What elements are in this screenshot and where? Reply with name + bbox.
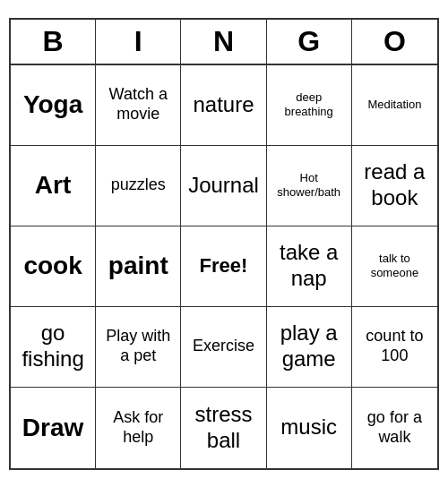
bingo-cell-23: music [267, 388, 352, 468]
bingo-cell-15: go fishing [11, 307, 96, 388]
bingo-cell-19: count to 100 [352, 307, 437, 388]
header-letter-N: N [181, 20, 266, 64]
bingo-header: BINGO [11, 20, 437, 65]
bingo-cell-6: puzzles [96, 146, 181, 226]
bingo-cell-1: Watch a movie [96, 65, 181, 146]
bingo-cell-10: cook [11, 226, 96, 307]
bingo-cell-11: paint [96, 226, 181, 307]
bingo-cell-0: Yoga [11, 65, 96, 146]
bingo-cell-8: Hot shower/bath [267, 146, 352, 226]
bingo-cell-2: nature [181, 65, 266, 146]
header-letter-I: I [96, 20, 181, 64]
bingo-cell-20: Draw [11, 388, 96, 468]
bingo-cell-24: go for a walk [352, 388, 437, 468]
bingo-cell-22: stress ball [181, 388, 266, 468]
header-letter-O: O [352, 20, 437, 64]
bingo-cell-18: play a game [267, 307, 352, 388]
bingo-cell-12: Free! [181, 226, 266, 307]
bingo-grid: YogaWatch a movienaturedeep breathingMed… [11, 65, 437, 468]
bingo-cell-16: Play with a pet [96, 307, 181, 388]
header-letter-B: B [11, 20, 96, 64]
bingo-card: BINGO YogaWatch a movienaturedeep breath… [9, 18, 439, 470]
header-letter-G: G [267, 20, 352, 64]
bingo-cell-14: talk to someone [352, 226, 437, 307]
bingo-cell-9: read a book [352, 146, 437, 226]
bingo-cell-17: Exercise [181, 307, 266, 388]
bingo-cell-13: take a nap [267, 226, 352, 307]
bingo-cell-21: Ask for help [96, 388, 181, 468]
bingo-cell-5: Art [11, 146, 96, 226]
bingo-cell-4: Meditation [352, 65, 437, 146]
bingo-cell-3: deep breathing [267, 65, 352, 146]
bingo-cell-7: Journal [181, 146, 266, 226]
